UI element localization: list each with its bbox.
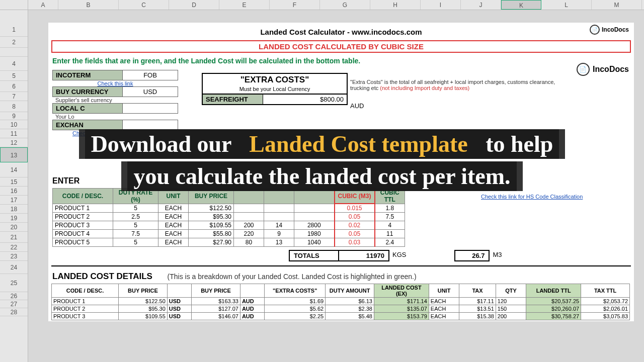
col-header-J[interactable]: J — [461, 0, 501, 10]
landed-title-text: LANDED COST DETAILS — [52, 272, 152, 281]
brand-label: IncoDocs — [593, 65, 629, 74]
totals-row: TOTALS 11970 KGS 26.7 M3 — [289, 250, 630, 261]
col-header-F[interactable]: F — [270, 0, 320, 10]
row-header-1[interactable]: 1 — [0, 23, 28, 37]
row-header-27[interactable]: 27 — [0, 300, 28, 308]
table-row[interactable]: PRODUCT 1 $122.50 USD $163.33 AUD $1.69 … — [52, 298, 630, 305]
local-currency-sub: Your Lo — [52, 114, 630, 120]
row-header-15[interactable]: 15 — [0, 177, 28, 187]
extra-costs-sub: Must be your Local Currency — [203, 86, 347, 94]
col-header-G[interactable]: G — [320, 0, 370, 10]
local-currency-value[interactable] — [123, 103, 178, 114]
document-icon: 📄 — [590, 25, 600, 35]
row-header-16[interactable]: 16 — [0, 187, 28, 196]
extra-costs-box: "EXTRA COSTS" Must be your Local Currenc… — [202, 73, 348, 105]
landed-section-title: LANDED COST DETAILS (This is a breakdown… — [48, 270, 634, 283]
divider — [51, 265, 631, 266]
row-header-8[interactable]: 8 — [0, 101, 28, 112]
col-header-H[interactable]: H — [370, 0, 421, 10]
row-header-23[interactable]: 23 — [0, 252, 28, 261]
products-table[interactable]: CODE / DESC.DUTY RATE (%)UNITBUY PRICECU… — [52, 188, 405, 247]
landed-header — [240, 284, 264, 298]
totals-cubic: 26.7 — [454, 250, 490, 261]
row-header-14[interactable]: 14 — [0, 162, 28, 177]
col-header-I[interactable]: I — [421, 0, 461, 10]
landed-header — [167, 284, 191, 298]
calc-mode-banner: LANDED COST CALCULATED BY CUBIC SIZE — [51, 40, 631, 53]
row-header-9[interactable]: 9 — [0, 112, 28, 120]
col-header-M[interactable]: M — [592, 0, 642, 10]
seafreight-label: SEAFREIGHT — [203, 95, 263, 104]
row-header-6[interactable]: 6 — [0, 81, 28, 92]
extra-note: "Extra Costs" is the total of all seafre… — [350, 79, 561, 91]
col-header-A[interactable]: A — [28, 0, 58, 10]
seafreight-currency: AUD — [350, 102, 364, 110]
incoterm-label: INCOTERM — [52, 70, 123, 80]
table-row[interactable]: PRODUCT 2 2.5 EACH $95.30 0.05 7.5 — [53, 213, 405, 221]
column-headers: ABCDEFGHIJKLM — [28, 0, 644, 10]
row-header-26[interactable]: 26 — [0, 292, 28, 300]
seafreight-value[interactable]: $800.00 — [263, 95, 347, 104]
row-header-20[interactable]: 20 — [0, 223, 28, 232]
row-header-12[interactable]: 12 — [0, 138, 28, 147]
row-header-24[interactable]: 24 — [0, 261, 28, 274]
overlay-pre: Download our — [85, 129, 244, 159]
col-header-C[interactable]: C — [119, 0, 169, 10]
corner — [0, 0, 28, 10]
col-header-D[interactable]: D — [169, 0, 219, 10]
local-currency-label: LOCAL C — [52, 103, 123, 114]
brand-label: IncoDocs — [602, 26, 629, 33]
col-header-B[interactable]: B — [58, 0, 119, 10]
table-row[interactable]: PRODUCT 3 5 EACH $109.55 200 14 2800 0.0… — [53, 221, 405, 230]
totals-weight-unit: KGS — [389, 250, 409, 261]
landed-header: LANDED COST (EX) — [374, 284, 429, 298]
landed-header: DUTY AMOUNT — [326, 284, 374, 298]
incoterm-value[interactable]: FOB — [123, 70, 178, 80]
buy-currency-value[interactable]: USD — [123, 86, 178, 97]
overlay-highlight: Landed Cost template — [243, 129, 473, 159]
landed-header: BUY PRICE — [119, 284, 168, 298]
row-header-17[interactable]: 17 — [0, 196, 28, 205]
row-header-2[interactable]: 2 — [0, 37, 28, 48]
landed-header: CODE / DESC. — [52, 284, 119, 298]
landed-sub-text: (This is a breakdown of your Landed Cost… — [165, 273, 420, 281]
row-header-25[interactable]: 25 — [0, 274, 28, 292]
row-header-7[interactable]: 7 — [0, 92, 28, 101]
app-title: Landed Cost Calculator - www.incodocs.co… — [48, 26, 634, 38]
col-header-L[interactable]: L — [541, 0, 592, 10]
col-header-E[interactable]: E — [219, 0, 270, 10]
row-header-18[interactable]: 18 — [0, 205, 28, 214]
row-header-28[interactable]: 28 — [0, 308, 28, 316]
brand-main: 📄IncoDocs — [577, 63, 629, 76]
row-header-5[interactable]: 5 — [0, 71, 28, 81]
row-header-22[interactable]: 22 — [0, 243, 28, 252]
landed-header: "EXTRA COSTS" — [265, 284, 326, 298]
extra-costs-title: "EXTRA COSTS" — [203, 74, 347, 86]
table-row[interactable]: PRODUCT 3 $109.55 USD $146.07 AUD $2.25 … — [52, 313, 630, 320]
incoterm-link[interactable]: Check this link — [52, 80, 178, 86]
landed-header: QTY — [496, 284, 526, 298]
row-header-21[interactable]: 21 — [0, 232, 28, 243]
landed-cost-table[interactable]: CODE / DESC.BUY PRICEBUY PRICE"EXTRA COS… — [51, 284, 630, 320]
document-icon: 📄 — [577, 63, 590, 76]
col-header-K[interactable]: K — [501, 0, 541, 10]
table-row[interactable]: PRODUCT 1 5 EACH $122.50 0.015 1.8 — [53, 204, 405, 213]
landed-header: TAX — [459, 284, 496, 298]
landed-header: BUY PRICE — [192, 284, 240, 298]
row-header-10[interactable]: 10 — [0, 120, 28, 129]
row-header-19[interactable]: 19 — [0, 214, 28, 223]
totals-weight: 11970 — [339, 250, 389, 261]
instruction-text: Enter the fields that are in green, and … — [48, 55, 634, 67]
table-row[interactable]: PRODUCT 4 7.5 EACH $55.80 220 9 1980 0.0… — [53, 230, 405, 238]
row-header-13[interactable]: 13 — [0, 147, 28, 162]
table-row[interactable]: PRODUCT 2 $95.30 USD $127.07 AUD $5.62 $… — [52, 305, 630, 313]
extra-note-red: (not including Import duty and taxes) — [380, 85, 469, 91]
brand-top: 📄IncoDocs — [590, 25, 629, 35]
hs-code-link[interactable]: Check this link for HS Code Classificati… — [481, 194, 583, 200]
row-header-4[interactable]: 4 — [0, 57, 28, 71]
row-header-[interactable] — [0, 48, 28, 57]
table-row[interactable]: PRODUCT 5 5 EACH $27.90 80 13 1040 0.03 … — [53, 238, 405, 247]
buy-currency-label: BUY CURRENCY — [52, 86, 123, 97]
landed-header: LANDED TTL — [526, 284, 581, 298]
row-header-11[interactable]: 11 — [0, 129, 28, 138]
